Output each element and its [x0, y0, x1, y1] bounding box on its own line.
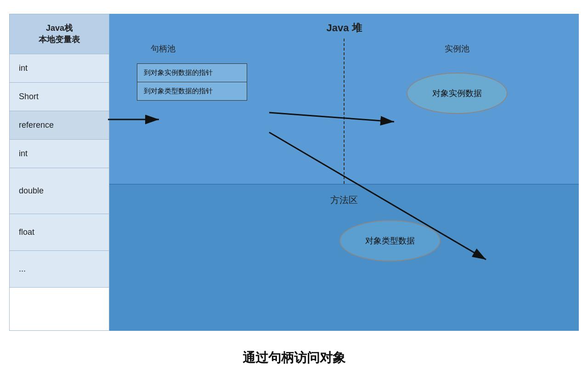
method-section: 方法区 对象类型数据: [109, 184, 579, 331]
sidebar-item-ellipsis: ...: [10, 251, 109, 288]
sidebar-item-double: double: [10, 168, 109, 214]
sidebar-item-short: Short: [10, 83, 109, 111]
sidebar-header: Java栈 本地变量表: [10, 14, 109, 54]
sidebar-item-int1: int: [10, 54, 109, 83]
heap-title: Java 堆: [109, 14, 579, 39]
type-ellipse: 对象类型数据: [339, 220, 441, 261]
method-body: 方法区 对象类型数据: [109, 185, 579, 275]
heap-body: 句柄池 到对象实例数据的指针 到对象类型数据的指针 实例池: [109, 39, 579, 184]
handle-box-row2: 到对象类型数据的指针: [137, 82, 247, 100]
instance-pool-label: 实例池: [445, 43, 469, 54]
instance-ellipse: 对象实例数据: [407, 73, 508, 114]
heap-section: Java 堆 句柄池 到对象实例数据的指针 到对象类型数据的指针: [109, 14, 579, 184]
handle-box-row1: 到对象实例数据的指针: [137, 64, 247, 82]
sidebar-item-reference: reference: [10, 111, 109, 140]
dashed-divider: [344, 39, 345, 184]
method-label: 方法区: [330, 194, 358, 206]
sidebar-item-float: float: [10, 214, 109, 251]
handle-pool-label: 句柄池: [151, 43, 175, 54]
instance-pool: 实例池 对象实例数据: [349, 43, 565, 175]
sidebar-item-int2: int: [10, 140, 109, 168]
handle-pool: 句柄池 到对象实例数据的指针 到对象类型数据的指针: [123, 43, 349, 175]
main-container: Java栈 本地变量表 int Short reference int doub…: [9, 14, 579, 331]
handle-box: 到对象实例数据的指针 到对象类型数据的指针: [137, 63, 247, 101]
diagram-area: Java 堆 句柄池 到对象实例数据的指针 到对象类型数据的指针: [109, 14, 579, 331]
caption: 通过句柄访问对象: [243, 349, 345, 367]
sidebar: Java栈 本地变量表 int Short reference int doub…: [9, 14, 109, 331]
